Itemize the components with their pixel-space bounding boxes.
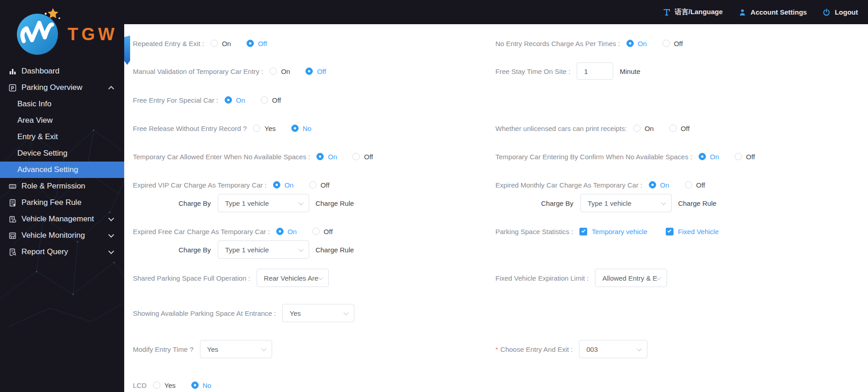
radio-icon[interactable]: [210, 40, 218, 47]
radio-icon[interactable]: [191, 382, 199, 389]
free-charge-rule-link[interactable]: Charge Rule: [316, 246, 354, 254]
radio-icon[interactable]: [735, 153, 742, 160]
radio-temp-confirm-on[interactable]: On: [699, 153, 719, 161]
setting-label: Parking Space Statistics :: [495, 228, 573, 235]
sidebar-item-vehicle-monitoring[interactable]: Vehicle Monitoring: [0, 227, 124, 244]
radio-icon[interactable]: [633, 125, 641, 132]
radio-lcd-yes[interactable]: Yes: [153, 382, 175, 389]
setting-label: LCD: [133, 382, 147, 389]
settings-row: Expired Free Car Charge As Temporary Car…: [133, 227, 868, 236]
sidebar-item-label: Parking Overview: [21, 83, 82, 92]
radio-temp-allowed-on[interactable]: On: [316, 153, 337, 161]
bar-chart-icon: [8, 68, 17, 75]
free-charge-vehicle-select[interactable]: Type 1 vehicle: [218, 240, 309, 259]
vip-charge-rule-link[interactable]: Charge Rule: [316, 199, 354, 207]
radio-icon[interactable]: [153, 382, 160, 389]
sidebar-item-entry-exit[interactable]: Entry & Exit: [0, 129, 124, 145]
checkbox-temporary-vehicle[interactable]: Temporary vehicle: [579, 228, 647, 235]
chevron-down-icon: [108, 215, 114, 221]
monitor-truck-icon: [8, 232, 17, 240]
radio-expired-vip-on[interactable]: On: [273, 181, 294, 189]
chevron-down-icon: [637, 346, 642, 351]
sidebar: TGW Dashboard P Parking Overview Basic I…: [0, 0, 124, 392]
radio-icon[interactable]: [669, 125, 677, 132]
radio-free-release-no[interactable]: No: [291, 125, 311, 132]
checkbox-icon[interactable]: [579, 228, 587, 235]
sidebar-item-label: Device Setting: [17, 149, 68, 158]
showing-available-select[interactable]: Yes: [282, 304, 354, 322]
checkbox-icon[interactable]: [666, 228, 673, 235]
radio-icon[interactable]: [291, 125, 299, 132]
chevron-down-icon: [318, 275, 323, 280]
radio-icon[interactable]: [305, 68, 313, 75]
sidebar-item-label: Basic Info: [17, 99, 52, 109]
radio-icon[interactable]: [273, 181, 280, 188]
select-value: Allowed Entry & E: [602, 274, 657, 282]
checkbox-fixed-vehicle[interactable]: Fixed Vehicle: [666, 228, 719, 235]
sidebar-item-parking-fee-rule[interactable]: Parking Fee Rule: [0, 194, 124, 211]
radio-expired-free-on[interactable]: On: [276, 228, 297, 235]
logout-button[interactable]: Logout: [822, 8, 858, 16]
sidebar-item-device-setting[interactable]: Device Setting: [0, 145, 124, 162]
radio-free-release-yes[interactable]: Yes: [253, 125, 275, 132]
fixed-expiration-limit-select[interactable]: Allowed Entry & E: [595, 269, 667, 287]
user-icon: [738, 8, 747, 16]
radio-lcd-no[interactable]: No: [191, 382, 211, 389]
select-value: 003: [586, 345, 598, 353]
radio-unlicensed-on[interactable]: On: [633, 125, 654, 132]
radio-manual-validation-off[interactable]: Off: [305, 68, 326, 75]
radio-icon[interactable]: [309, 181, 316, 188]
sidebar-item-label: Advanced Setting: [17, 165, 78, 174]
radio-icon[interactable]: [276, 228, 284, 235]
radio-no-entry-on[interactable]: On: [626, 40, 647, 47]
account-settings-button[interactable]: Account Settings: [738, 8, 807, 16]
radio-repeated-entry-off[interactable]: Off: [247, 40, 267, 47]
setting-label: Shared Parking Space Full Operation :: [133, 274, 250, 282]
radio-icon[interactable]: [269, 68, 277, 75]
radio-icon[interactable]: [626, 40, 634, 47]
monthly-charge-rule-link[interactable]: Charge Rule: [678, 199, 716, 207]
radio-icon[interactable]: [247, 40, 254, 47]
sidebar-item-parking-overview[interactable]: P Parking Overview: [0, 79, 124, 96]
sidebar-item-advanced-setting[interactable]: Advanced Setting: [0, 162, 124, 178]
language-icon: [663, 8, 671, 16]
radio-expired-free-off[interactable]: Off: [312, 228, 333, 235]
radio-temp-allowed-off[interactable]: Off: [352, 153, 373, 161]
radio-no-entry-off[interactable]: Off: [663, 40, 683, 47]
sidebar-item-role-permission[interactable]: Role & Permission: [0, 178, 124, 194]
app-logo: TGW: [8, 5, 118, 61]
radio-expired-monthly-on[interactable]: On: [649, 181, 669, 189]
radio-repeated-entry-on[interactable]: On: [210, 40, 231, 47]
radio-free-entry-on[interactable]: On: [225, 96, 245, 104]
monthly-charge-vehicle-select[interactable]: Type 1 vehicle: [580, 194, 672, 212]
radio-icon[interactable]: [316, 153, 324, 160]
radio-icon[interactable]: [699, 153, 706, 160]
radio-free-entry-off[interactable]: Off: [261, 96, 281, 104]
radio-manual-validation-on[interactable]: On: [269, 68, 290, 75]
settings-row: Charge By Type 1 vehicle Charge Rule Cha…: [133, 194, 868, 212]
radio-icon[interactable]: [352, 153, 360, 160]
radio-temp-confirm-off[interactable]: Off: [735, 153, 755, 161]
radio-icon[interactable]: [685, 181, 692, 188]
vip-charge-vehicle-select[interactable]: Type 1 vehicle: [218, 194, 309, 212]
sidebar-item-dashboard[interactable]: Dashboard: [0, 63, 124, 79]
radio-icon[interactable]: [649, 181, 656, 188]
choose-entry-exit-select[interactable]: 003: [579, 340, 647, 358]
sidebar-item-vehicle-management[interactable]: Vehicle Management: [0, 211, 124, 227]
free-stay-minutes-input[interactable]: 1: [577, 63, 613, 80]
sidebar-item-area-view[interactable]: Area View: [0, 112, 124, 129]
radio-icon[interactable]: [312, 228, 320, 235]
shared-full-operation-select[interactable]: Rear Vehicles Are: [257, 269, 329, 287]
setting-label: Temporary Car Allowed Enter When No Avai…: [133, 153, 310, 161]
radio-icon[interactable]: [261, 96, 268, 104]
radio-unlicensed-off[interactable]: Off: [669, 125, 690, 132]
radio-icon[interactable]: [663, 40, 670, 47]
radio-icon[interactable]: [225, 96, 232, 104]
sidebar-item-basic-info[interactable]: Basic Info: [0, 96, 124, 112]
radio-expired-vip-off[interactable]: Off: [309, 181, 330, 189]
modify-entry-time-select[interactable]: Yes: [200, 340, 272, 358]
radio-icon[interactable]: [253, 125, 260, 132]
sidebar-item-report-query[interactable]: Report Query: [0, 244, 124, 260]
radio-expired-monthly-off[interactable]: Off: [685, 181, 705, 189]
language-switcher[interactable]: 语言/Language: [663, 8, 723, 16]
